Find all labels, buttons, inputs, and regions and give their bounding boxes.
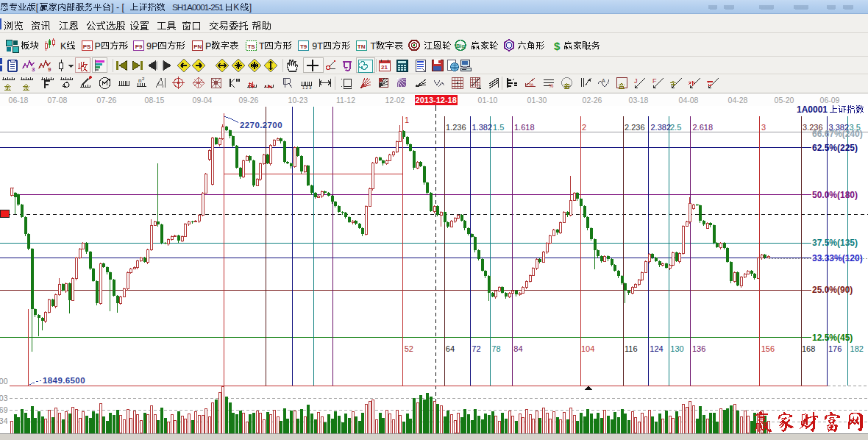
- svg-text:168: 168: [802, 344, 815, 353]
- svg-text:06-18: 06-18: [9, 96, 29, 104]
- svg-text:64: 64: [446, 344, 455, 353]
- svg-text:K: K: [233, 2, 239, 13]
- svg-text:F: F: [652, 77, 657, 85]
- svg-text:J: J: [634, 77, 638, 85]
- svg-text:12-02: 12-02: [385, 96, 405, 104]
- svg-text:] - [: ] - [: [111, 2, 124, 13]
- svg-text:T9: T9: [300, 43, 307, 50]
- svg-text:%: %: [549, 83, 553, 88]
- svg-text:PN: PN: [193, 43, 202, 50]
- svg-text:182: 182: [850, 344, 864, 353]
- svg-text:1 2 3: 1 2 3: [302, 85, 311, 90]
- svg-text:69: 69: [0, 405, 8, 414]
- svg-text:$: $: [554, 40, 561, 52]
- svg-text:62.5%(225): 62.5%(225): [812, 143, 858, 153]
- svg-text:07-26: 07-26: [97, 96, 117, 104]
- svg-text:1: 1: [405, 116, 409, 124]
- svg-text:T: T: [259, 41, 265, 52]
- svg-text:50.0%(180): 50.0%(180): [812, 190, 858, 200]
- svg-text:2013-12-18: 2013-12-18: [416, 96, 457, 104]
- svg-text:104: 104: [581, 344, 594, 353]
- svg-text:3: 3: [32, 66, 35, 73]
- svg-text:K: K: [60, 41, 67, 52]
- svg-text:11-12: 11-12: [336, 96, 355, 104]
- svg-text:2.382: 2.382: [651, 123, 672, 132]
- svg-text:]: ]: [249, 2, 252, 13]
- svg-text:9T: 9T: [312, 41, 323, 52]
- svg-text:01-10: 01-10: [478, 96, 498, 104]
- svg-text:01-30: 01-30: [527, 96, 547, 104]
- svg-text:08-15: 08-15: [145, 96, 165, 104]
- svg-text:04-28: 04-28: [728, 96, 748, 104]
- svg-text:1849.6500: 1849.6500: [43, 376, 85, 385]
- svg-text:52: 52: [405, 344, 413, 353]
- svg-text:n: n: [138, 77, 141, 84]
- svg-text:2270.2700: 2270.2700: [240, 121, 282, 129]
- svg-text:78: 78: [491, 344, 500, 353]
- svg-text:2: 2: [582, 123, 586, 132]
- svg-text:06-09: 06-09: [820, 96, 840, 104]
- svg-text:TN: TN: [357, 43, 366, 50]
- svg-text:136: 136: [692, 344, 705, 353]
- svg-text:1.382: 1.382: [472, 123, 493, 132]
- svg-text:130: 130: [670, 344, 683, 353]
- svg-text:A: A: [602, 78, 605, 83]
- svg-text:10-23: 10-23: [288, 96, 308, 104]
- svg-text:00: 00: [0, 377, 8, 386]
- svg-text:176: 176: [828, 344, 842, 353]
- svg-text:25.0%(90): 25.0%(90): [812, 285, 853, 295]
- svg-text:72: 72: [472, 344, 480, 353]
- svg-text:1.236: 1.236: [446, 123, 466, 132]
- svg-text:9: 9: [48, 66, 51, 73]
- svg-text:09-04: 09-04: [193, 96, 213, 104]
- svg-text:T: T: [371, 41, 377, 52]
- svg-text:66.67%(240): 66.67%(240): [812, 129, 863, 139]
- svg-text:3: 3: [761, 123, 766, 132]
- svg-text:Big: Big: [456, 43, 466, 49]
- svg-text:9P: 9P: [146, 41, 157, 52]
- svg-text:21: 21: [381, 64, 388, 71]
- svg-text:156: 156: [761, 344, 775, 353]
- svg-text:2.618: 2.618: [693, 123, 714, 132]
- svg-text:P: P: [95, 41, 101, 52]
- svg-text:1.618: 1.618: [514, 123, 535, 132]
- svg-text:37.5%(135): 37.5%(135): [812, 238, 858, 248]
- svg-text:116: 116: [625, 344, 638, 353]
- svg-text:2.5: 2.5: [670, 123, 681, 132]
- svg-text:09-26: 09-26: [239, 96, 259, 104]
- svg-text:05-20: 05-20: [775, 96, 794, 104]
- svg-text:33.33%(120): 33.33%(120): [812, 253, 863, 263]
- svg-text:1.5: 1.5: [493, 123, 504, 132]
- svg-text:2.236: 2.236: [625, 123, 645, 132]
- svg-text:34: 34: [0, 416, 8, 425]
- svg-text:TS: TS: [247, 43, 255, 50]
- svg-text:124: 124: [650, 344, 663, 353]
- svg-text:84: 84: [513, 344, 522, 353]
- svg-text:%: %: [529, 82, 533, 88]
- svg-text:03: 03: [0, 394, 8, 402]
- svg-text:02-26: 02-26: [583, 96, 602, 104]
- svg-text:1A0001: 1A0001: [797, 104, 828, 115]
- svg-text:P9: P9: [135, 43, 143, 50]
- svg-text:04-08: 04-08: [679, 96, 699, 104]
- svg-text:03-18: 03-18: [629, 96, 649, 104]
- svg-text:07-08: 07-08: [48, 96, 68, 104]
- svg-text:SH1A0001-251: SH1A0001-251: [172, 2, 224, 13]
- svg-text:P: P: [205, 41, 211, 52]
- svg-text:PS: PS: [83, 43, 91, 50]
- svg-text:12.5%(45): 12.5%(45): [812, 333, 853, 343]
